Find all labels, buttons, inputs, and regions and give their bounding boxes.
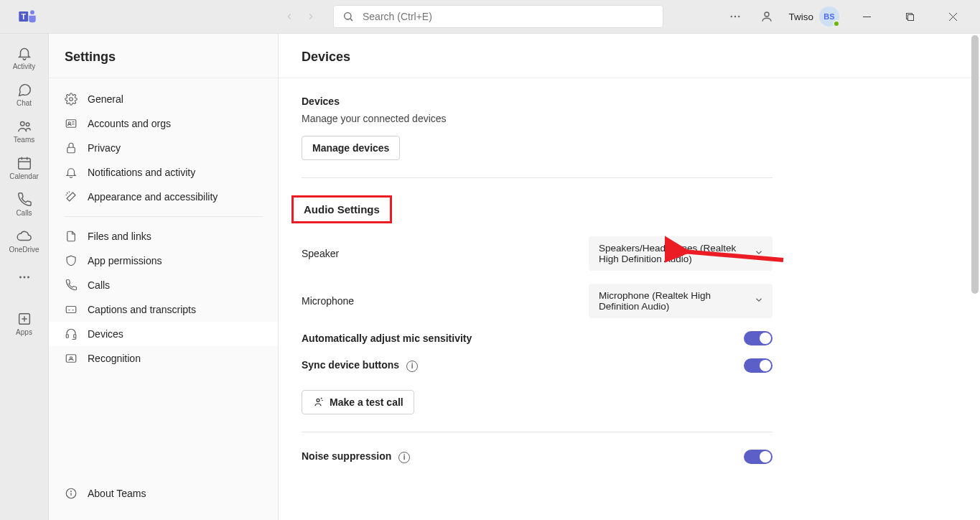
settings-about[interactable]: About Teams xyxy=(49,481,278,506)
recognition-icon xyxy=(65,352,78,365)
people-icon[interactable] xyxy=(757,6,777,27)
settings-item-files[interactable]: Files and links xyxy=(49,224,278,249)
svg-rect-35 xyxy=(66,355,76,363)
settings-item-captions[interactable]: Captions and transcripts xyxy=(49,297,278,322)
chat-icon xyxy=(17,82,32,98)
svg-point-40 xyxy=(317,399,319,401)
scrollbar[interactable] xyxy=(971,35,979,294)
sync-buttons-toggle[interactable] xyxy=(744,358,773,373)
rail-teams[interactable]: Teams xyxy=(3,114,46,147)
auto-mic-label: Automatically adjust mic sensitivity xyxy=(302,333,589,344)
settings-item-notifications[interactable]: Notifications and activity xyxy=(49,160,278,185)
captions-icon xyxy=(65,303,78,316)
phone-icon xyxy=(65,279,78,292)
make-test-call-button[interactable]: Make a test call xyxy=(302,390,414,414)
svg-rect-11 xyxy=(907,14,913,20)
settings-item-calls[interactable]: Calls xyxy=(49,273,278,297)
svg-rect-33 xyxy=(66,335,68,338)
microphone-label: Microphone xyxy=(302,295,589,307)
file-icon xyxy=(65,230,78,243)
chevron-down-icon xyxy=(754,248,764,260)
settings-item-general[interactable]: General xyxy=(49,87,278,111)
microphone-dropdown[interactable]: Microphone (Realtek High Definition Audi… xyxy=(589,284,773,318)
calendar-icon xyxy=(17,155,32,171)
more-icon xyxy=(17,269,32,285)
svg-point-5 xyxy=(731,16,732,17)
svg-point-26 xyxy=(70,98,73,101)
divider xyxy=(302,177,773,178)
headset-icon xyxy=(65,328,78,340)
manage-devices-button[interactable]: Manage devices xyxy=(302,136,400,160)
cloud-icon xyxy=(17,228,32,244)
wand-icon xyxy=(65,190,78,203)
devices-heading: Devices xyxy=(302,96,773,107)
svg-point-21 xyxy=(23,277,25,279)
rail-calls[interactable]: Calls xyxy=(3,187,46,220)
settings-sidebar: Settings General Accounts and orgs Priva… xyxy=(49,34,279,520)
rail-calendar[interactable]: Calendar xyxy=(3,151,46,183)
svg-point-28 xyxy=(68,122,70,124)
svg-point-2 xyxy=(30,10,34,14)
audio-settings-highlight: Audio Settings xyxy=(291,195,392,223)
svg-point-6 xyxy=(734,16,736,17)
settings-item-devices[interactable]: Devices xyxy=(49,322,278,346)
id-card-icon xyxy=(65,117,78,130)
svg-point-20 xyxy=(19,277,22,279)
settings-item-accounts[interactable]: Accounts and orgs xyxy=(49,111,278,136)
svg-point-8 xyxy=(765,12,769,17)
divider xyxy=(65,216,262,217)
phone-icon xyxy=(17,192,32,208)
svg-rect-32 xyxy=(66,307,76,313)
svg-point-3 xyxy=(345,13,351,19)
rail-activity[interactable]: Activity xyxy=(3,41,46,73)
info-icon xyxy=(65,487,78,500)
window-maximize-button[interactable] xyxy=(894,5,925,28)
settings-title: Settings xyxy=(49,34,278,78)
audio-settings-heading: Audio Settings xyxy=(304,203,380,215)
page-title: Devices xyxy=(279,34,980,78)
rail-onedrive[interactable]: OneDrive xyxy=(3,224,46,256)
title-bar: T Twiso BS xyxy=(0,0,980,34)
search-input[interactable] xyxy=(363,11,654,22)
app-rail: Activity Chat Teams Calendar Calls OneDr… xyxy=(0,34,49,520)
shield-icon xyxy=(65,254,78,267)
search-box[interactable] xyxy=(333,5,663,28)
nav-back-button[interactable] xyxy=(280,7,299,26)
svg-point-36 xyxy=(70,357,73,359)
svg-point-14 xyxy=(20,122,24,126)
bell-icon xyxy=(65,166,78,179)
divider xyxy=(302,432,773,432)
more-options-button[interactable] xyxy=(725,6,745,27)
rail-more[interactable] xyxy=(3,265,46,288)
teams-app-icon: T xyxy=(17,6,37,27)
settings-item-appearance[interactable]: Appearance and accessibility xyxy=(49,185,278,209)
gear-icon xyxy=(65,93,78,106)
chevron-down-icon xyxy=(754,295,764,307)
speaker-label: Speaker xyxy=(302,248,589,259)
user-name: Twiso xyxy=(788,11,813,22)
info-icon[interactable]: i xyxy=(398,452,410,463)
svg-rect-27 xyxy=(66,120,76,128)
svg-rect-34 xyxy=(74,335,76,338)
svg-line-4 xyxy=(350,19,353,21)
rail-apps[interactable]: Apps xyxy=(3,307,46,339)
nav-forward-button[interactable] xyxy=(302,7,320,26)
settings-item-recognition[interactable]: Recognition xyxy=(49,346,278,371)
info-icon[interactable]: i xyxy=(406,361,418,372)
user-chip[interactable]: Twiso BS xyxy=(788,6,839,27)
bell-icon xyxy=(17,45,32,61)
noise-suppression-toggle[interactable] xyxy=(744,450,773,464)
test-call-icon xyxy=(312,396,324,408)
auto-mic-toggle[interactable] xyxy=(744,331,773,345)
window-minimize-button[interactable] xyxy=(851,5,882,28)
window-close-button[interactable] xyxy=(937,5,969,28)
speaker-dropdown[interactable]: Speakers/Headphones (Realtek High Defini… xyxy=(589,236,773,271)
noise-suppression-label: Noise suppression i xyxy=(302,450,589,463)
settings-item-permissions[interactable]: App permissions xyxy=(49,249,278,273)
rail-chat[interactable]: Chat xyxy=(3,78,46,110)
settings-item-privacy[interactable]: Privacy xyxy=(49,136,278,160)
sync-buttons-label: Sync device buttons i xyxy=(302,359,589,371)
avatar: BS xyxy=(819,6,839,27)
main-content: Devices Devices Manage your connected de… xyxy=(279,34,980,520)
presence-indicator xyxy=(833,20,840,27)
